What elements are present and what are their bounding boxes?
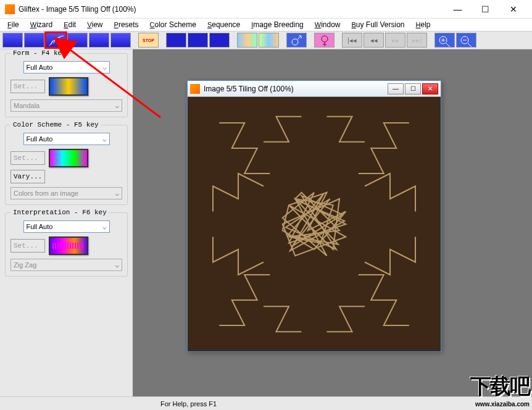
nav-next[interactable]: ▸▸ — [385, 33, 405, 48]
female-icon — [315, 33, 335, 48]
form-mode-combo[interactable]: Full Auto — [23, 61, 110, 73]
image-child-window[interactable]: Image 5/5 Tiling Off (100%) — ☐ ✕ — [187, 80, 441, 352]
menu-presets[interactable]: Presets — [109, 19, 144, 30]
watermark: 下载吧 www.xiazaiba.com — [470, 372, 530, 408]
tool-preset-5[interactable] — [89, 33, 109, 48]
canvas-area: Image 5/5 Tiling Off (100%) — ☐ ✕ — [133, 49, 532, 396]
window-controls: — ☐ ✕ — [444, 1, 527, 18]
stop-button[interactable]: STOP — [138, 33, 159, 48]
child-icon — [190, 84, 200, 94]
child-titlebar[interactable]: Image 5/5 Tiling Off (100%) — ☐ ✕ — [188, 81, 441, 97]
statusbar: For Help, press F1 — [0, 396, 532, 410]
palette-btn-2[interactable] — [259, 33, 279, 48]
tiling-btn-2[interactable] — [188, 33, 208, 48]
interp-mode-combo[interactable]: Full Auto — [23, 220, 110, 233]
maximize-button[interactable]: ☐ — [472, 1, 499, 18]
minimize-button[interactable]: — — [444, 1, 472, 18]
gender-male-btn[interactable] — [286, 33, 307, 48]
tool-preset-3-feather[interactable] — [46, 33, 66, 48]
tiling-btn-3[interactable] — [209, 33, 230, 48]
color-preview[interactable] — [49, 149, 88, 167]
form-preview[interactable] — [49, 77, 88, 96]
gender-female-btn[interactable] — [314, 33, 335, 48]
menu-window[interactable]: Window — [310, 19, 346, 30]
form-panel-title: Form - F4 key — [10, 49, 69, 57]
color-vary-button[interactable]: Vary... — [10, 170, 45, 183]
svg-point-1 — [322, 36, 328, 42]
watermark-text: 下载吧 — [470, 372, 530, 401]
tiling-btn-1[interactable] — [166, 33, 186, 48]
nav-prev[interactable]: ◂◂ — [364, 33, 384, 48]
tool-preset-2[interactable] — [24, 33, 44, 48]
form-panel: Form - F4 key Full Auto Set... Mandala — [5, 53, 128, 117]
menu-buy[interactable]: Buy Full Version — [347, 19, 410, 30]
color-preset-combo[interactable]: Colors from an image — [10, 187, 122, 199]
menu-image-breeding[interactable]: Image Breeding — [246, 19, 308, 30]
menu-color-scheme[interactable]: Color Scheme — [145, 19, 201, 30]
app-icon — [5, 4, 15, 14]
window-title: Gliftex - Image 5/5 Tiling Off (100%) — [19, 5, 444, 14]
interp-set-button[interactable]: Set... — [10, 239, 45, 253]
zoom-out-icon — [457, 33, 477, 48]
status-text: For Help, press F1 — [160, 400, 217, 408]
color-panel-title: Color Scheme - F5 key — [10, 121, 101, 128]
child-close[interactable]: ✕ — [422, 83, 438, 94]
color-mode-combo[interactable]: Full Auto — [23, 133, 110, 145]
interp-preset-combo[interactable]: Zig Zag — [10, 259, 122, 271]
zoom-in-button[interactable] — [434, 33, 455, 48]
feather-icon — [46, 33, 67, 48]
close-button[interactable]: ✕ — [499, 1, 527, 18]
menu-sequence[interactable]: Sequence — [202, 19, 245, 30]
titlebar: Gliftex - Image 5/5 Tiling Off (100%) — … — [0, 0, 532, 19]
nav-last[interactable]: ▸▸| — [407, 33, 427, 48]
child-title: Image 5/5 Tiling Off (100%) — [204, 85, 388, 93]
zoom-in-icon — [435, 33, 455, 48]
toolbar: STOP |◂◂ ◂◂ ▸▸ ▸▸| — [0, 31, 532, 49]
watermark-url: www.xiazaiba.com — [470, 401, 530, 408]
child-minimize[interactable]: — — [388, 83, 404, 94]
interp-panel-title: Interpretation - F6 key — [10, 209, 109, 216]
tool-preset-6[interactable] — [110, 33, 131, 48]
main-area: Form - F4 key Full Auto Set... Mandala C… — [0, 49, 532, 396]
male-icon — [287, 33, 307, 48]
generated-image — [188, 97, 441, 351]
menu-wizard[interactable]: Wizard — [25, 19, 57, 30]
form-set-button[interactable]: Set... — [10, 80, 45, 93]
menu-edit[interactable]: Edit — [59, 19, 81, 30]
svg-rect-4 — [188, 98, 441, 351]
palette-btn-1[interactable] — [237, 33, 257, 48]
tool-preset-1[interactable] — [2, 33, 23, 48]
svg-point-0 — [292, 39, 298, 45]
zoom-out-button[interactable] — [456, 33, 476, 48]
child-maximize[interactable]: ☐ — [405, 83, 421, 94]
color-set-button[interactable]: Set... — [10, 151, 45, 165]
sidebar: Form - F4 key Full Auto Set... Mandala C… — [0, 49, 133, 396]
form-preset-combo[interactable]: Mandala — [10, 99, 122, 112]
interp-panel: Interpretation - F6 key Full Auto Set...… — [5, 212, 128, 277]
menubar: File Wizard Edit View Presets Color Sche… — [0, 19, 532, 31]
nav-first[interactable]: |◂◂ — [342, 33, 362, 48]
color-panel: Color Scheme - F5 key Full Auto Set... V… — [5, 125, 128, 205]
interp-preview[interactable] — [49, 236, 88, 255]
menu-help[interactable]: Help — [411, 19, 436, 30]
tool-preset-4[interactable] — [67, 33, 88, 48]
menu-file[interactable]: File — [2, 19, 24, 30]
menu-view[interactable]: View — [82, 19, 107, 30]
